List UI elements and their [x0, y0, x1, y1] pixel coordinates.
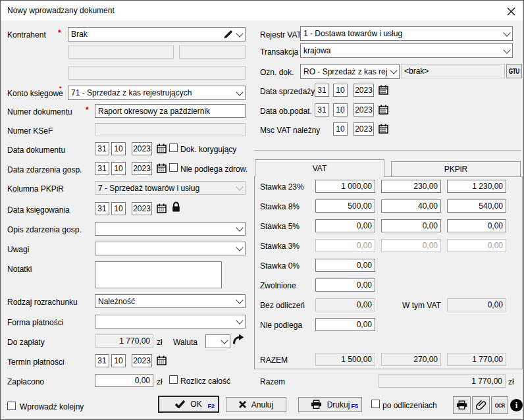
- stawka-8-vat-input[interactable]: 40,00: [381, 199, 441, 213]
- stawka-5-brutto-input[interactable]: 0,00: [447, 219, 506, 232]
- anuluj-button[interactable]: Anuluj: [226, 397, 286, 412]
- rejestr-vat-combo[interactable]: 1 - Dostawa towarów i usług: [300, 26, 513, 41]
- drukuj-shortcut: F5: [351, 403, 358, 409]
- msc-vat-month-input[interactable]: 10: [333, 122, 348, 136]
- opis-zdarzenia-combo[interactable]: [95, 222, 246, 236]
- data-sprzedazy-month-input[interactable]: 10: [333, 84, 348, 97]
- stawka-23-brutto-input[interactable]: 1 230,00: [447, 180, 506, 193]
- numer-dokumentu-label: Numer dokumentu: [7, 107, 72, 117]
- razem-netto-field: 1 500,00: [315, 353, 375, 366]
- gtu-button[interactable]: GTU: [506, 64, 522, 78]
- po-odliczeniach-label: po odliczeniach: [382, 401, 437, 410]
- forma-platnosci-combo[interactable]: [95, 315, 246, 328]
- stawka-0-label: Stawka 0%: [260, 261, 300, 271]
- nie-podlega-label: Nie podlega: [260, 321, 302, 330]
- notatki-textarea[interactable]: [95, 261, 222, 288]
- stawka-8-netto-input[interactable]: 500,00: [315, 199, 375, 213]
- chevron-down-icon: [390, 66, 397, 74]
- ozn-dok-combo[interactable]: RO - Sprzedaż z kas rejes: [300, 64, 400, 79]
- rozlicz-calosc-checkbox[interactable]: [169, 375, 178, 384]
- stawka-5-vat-input[interactable]: 0,00: [381, 219, 441, 232]
- termin-year-input[interactable]: 2023: [132, 354, 152, 367]
- tab-vat[interactable]: VAT: [255, 159, 384, 177]
- data-ob-month-input[interactable]: 10: [333, 103, 348, 117]
- stawka-0-netto-input[interactable]: 0,00: [315, 259, 375, 272]
- dialog-title: Nowy wprowadzany dokument: [7, 6, 115, 15]
- razem-brutto-field: 1 770,00: [447, 353, 506, 366]
- termin-month-input[interactable]: 10: [111, 354, 126, 367]
- curved-arrow-icon[interactable]: [232, 334, 244, 345]
- data-zdarzenia-year-input[interactable]: 2023: [132, 162, 152, 175]
- stawka-8-brutto-input[interactable]: 540,00: [447, 199, 506, 213]
- data-ksiegowania-year-input[interactable]: 2023: [132, 202, 152, 215]
- po-odliczeniach-checkbox[interactable]: [371, 400, 380, 408]
- drukuj-button[interactable]: Drukuj F5: [298, 397, 362, 412]
- kontrahent-combo[interactable]: Brak: [68, 27, 246, 41]
- w-tym-vat-input: 0,00: [447, 298, 506, 311]
- stawka-23-netto-input[interactable]: 1 000,00: [315, 180, 375, 193]
- info-button[interactable]: i: [510, 396, 523, 414]
- wprowadz-kolejny-checkbox[interactable]: [7, 402, 16, 410]
- data-zdarzenia-day-input[interactable]: 31: [95, 162, 109, 175]
- close-icon[interactable]: [504, 5, 517, 18]
- msc-vat-year-input[interactable]: 2023: [354, 122, 374, 136]
- new-document-dialog: Nowy wprowadzany dokument Kontrahent * B…: [0, 0, 524, 420]
- msc-vat-nalezny-label: Msc VAT należny: [260, 126, 320, 135]
- waluta-combo[interactable]: [205, 334, 230, 348]
- printer-icon: [456, 400, 467, 410]
- data-dokumentu-month-input[interactable]: 10: [111, 142, 126, 155]
- calendar-icon[interactable]: [379, 105, 388, 115]
- data-ksiegowania-label: Data księgowania: [7, 205, 70, 215]
- paperclip-icon: [476, 400, 486, 411]
- data-sprzedazy-label: Data sprzedaży: [260, 87, 315, 96]
- stawka-23-vat-input[interactable]: 230,00: [381, 180, 441, 193]
- stawka-5-netto-input[interactable]: 0,00: [315, 219, 375, 232]
- data-dokumentu-year-input[interactable]: 2023: [132, 142, 152, 155]
- rodzaj-rozrachunku-combo[interactable]: Należność: [95, 294, 246, 308]
- termin-day-input[interactable]: 31: [95, 354, 109, 367]
- zwolnione-input[interactable]: 0,00: [315, 278, 375, 292]
- bez-odliczen-input: 0,00: [315, 298, 375, 311]
- pencil-icon[interactable]: [223, 30, 233, 39]
- opis-zdarzenia-label: Opis zdarzenia gosp.: [7, 225, 82, 234]
- transakcja-combo[interactable]: krajowa: [300, 43, 513, 58]
- tab-pkpir[interactable]: PKPiR: [391, 161, 521, 176]
- print-icon-button[interactable]: [453, 396, 471, 414]
- ok-shortcut: F2: [207, 403, 215, 409]
- data-zdarzenia-month-input[interactable]: 10: [111, 162, 126, 175]
- required-mark: *: [59, 85, 62, 92]
- info-icon: i: [510, 399, 523, 411]
- ok-button[interactable]: OK F2: [158, 396, 219, 413]
- calendar-icon[interactable]: [157, 163, 167, 173]
- data-ob-day-input[interactable]: 31: [315, 103, 329, 117]
- zaplacono-label: Zapłacono: [7, 377, 44, 386]
- data-dokumentu-day-input[interactable]: 31: [95, 142, 109, 155]
- lock-icon: [171, 201, 181, 213]
- calendar-icon[interactable]: [157, 144, 167, 153]
- chevron-down-icon: [236, 183, 243, 190]
- chevron-down-icon: [236, 244, 243, 251]
- dok-korygujacy-checkbox[interactable]: [169, 144, 178, 152]
- calendar-icon[interactable]: [379, 124, 388, 134]
- uwagi-combo[interactable]: [95, 242, 246, 255]
- forma-platnosci-label: Forma płatności: [7, 318, 63, 327]
- wprowadz-kolejny-label: Wprowadź kolejny: [20, 402, 84, 411]
- calendar-icon[interactable]: [157, 355, 167, 365]
- zaplacono-input[interactable]: 0,00: [95, 374, 153, 387]
- ocr-button[interactable]: OCR: [491, 396, 508, 414]
- data-ksiegowania-month-input[interactable]: 10: [111, 202, 126, 215]
- data-ksiegowania-day-input[interactable]: 31: [95, 202, 109, 215]
- calendar-icon[interactable]: [157, 203, 167, 213]
- attachment-button[interactable]: [472, 396, 490, 414]
- numer-dokumentu-input[interactable]: Raport okresowy za październik: [95, 104, 246, 118]
- konto-ksiegowe-combo[interactable]: 71 - Sprzedaż z kas rejestrujących: [68, 86, 246, 100]
- data-ob-year-input[interactable]: 2023: [354, 103, 374, 117]
- data-sprzedazy-day-input[interactable]: 31: [315, 84, 329, 97]
- x-icon: [239, 401, 246, 408]
- calendar-icon[interactable]: [379, 85, 388, 95]
- ozn-dok-brak-field: <brak>: [401, 64, 505, 78]
- razem-vat-field: 270,00: [381, 353, 441, 366]
- data-sprzedazy-year-input[interactable]: 2023: [354, 84, 374, 97]
- nie-podlega-input[interactable]: 0,00: [315, 318, 375, 331]
- nie-podlega-zdrow-checkbox[interactable]: [169, 163, 178, 172]
